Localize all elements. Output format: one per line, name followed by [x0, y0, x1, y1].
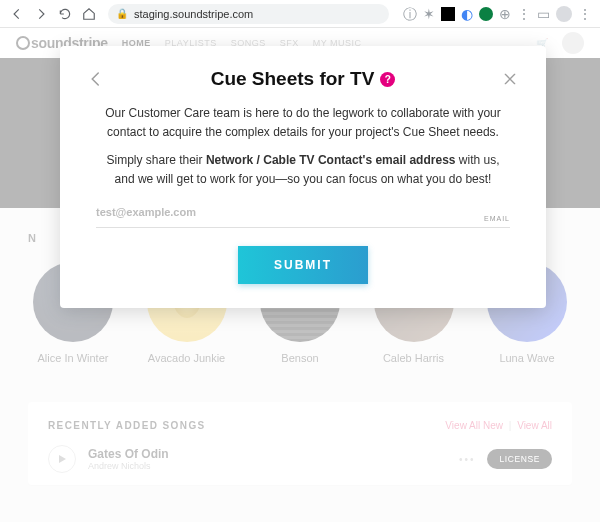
- cue-sheets-modal: Cue Sheets for TV ? Our Customer Care te…: [60, 46, 546, 308]
- browser-chrome: 🔒 staging.soundstripe.com ⓘ ✶ ◐ ⊕ ⋮ ▭ ⋮: [0, 0, 600, 28]
- modal-close-button[interactable]: [500, 69, 520, 89]
- menu-icon[interactable]: ⋮: [578, 7, 592, 21]
- ext-icon-7[interactable]: ⋮: [517, 7, 531, 21]
- url-text: staging.soundstripe.com: [134, 8, 253, 20]
- submit-button[interactable]: SUBMIT: [238, 246, 368, 284]
- ext-icon-4[interactable]: ◐: [461, 7, 473, 21]
- ext-icon-5[interactable]: [479, 7, 493, 21]
- extension-icons: ⓘ ✶ ◐ ⊕ ⋮ ▭ ⋮: [403, 6, 592, 22]
- modal-title: Cue Sheets for TV ?: [106, 68, 500, 90]
- ext-icon-3[interactable]: [441, 7, 455, 21]
- home-icon[interactable]: [80, 5, 98, 23]
- ext-icon-2[interactable]: ✶: [423, 7, 435, 21]
- email-input-row: EMAIL: [96, 200, 510, 228]
- lock-icon: 🔒: [116, 8, 128, 19]
- modal-paragraph-1: Our Customer Care team is here to do the…: [96, 104, 510, 141]
- forward-icon[interactable]: [32, 5, 50, 23]
- ext-icon-1[interactable]: ⓘ: [403, 7, 417, 21]
- address-bar[interactable]: 🔒 staging.soundstripe.com: [108, 4, 389, 24]
- page: soundstripe HOME PLAYLISTS SONGS SFX MY …: [0, 28, 600, 522]
- modal-title-text: Cue Sheets for TV: [211, 68, 375, 90]
- help-icon[interactable]: ?: [380, 72, 395, 87]
- profile-avatar-icon[interactable]: [556, 6, 572, 22]
- email-field[interactable]: [96, 200, 484, 224]
- email-label: EMAIL: [484, 214, 510, 225]
- modal-paragraph-2: Simply share their Network / Cable TV Co…: [96, 151, 510, 188]
- back-icon[interactable]: [8, 5, 26, 23]
- modal-back-button[interactable]: [86, 69, 106, 89]
- modal-body: Our Customer Care team is here to do the…: [86, 104, 520, 284]
- ext-icon-6[interactable]: ⊕: [499, 7, 511, 21]
- reload-icon[interactable]: [56, 5, 74, 23]
- cast-icon[interactable]: ▭: [537, 7, 550, 21]
